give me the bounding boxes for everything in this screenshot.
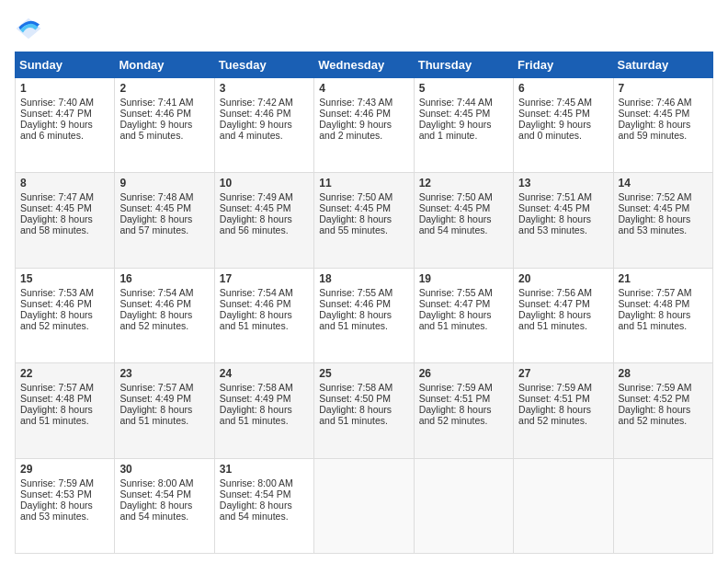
sunset-text: Sunset: 4:46 PM: [119, 298, 191, 309]
day-number: 11: [319, 177, 408, 190]
sunset-text: Sunset: 4:45 PM: [220, 202, 291, 213]
calendar-cell: 6Sunrise: 7:45 AMSunset: 4:45 PMDaylight…: [514, 78, 613, 173]
daylight-text: Daylight: 8 hours and 52 minutes.: [619, 404, 691, 426]
day-number: 19: [419, 272, 508, 285]
calendar-cell: 30Sunrise: 8:00 AMSunset: 4:54 PMDayligh…: [115, 458, 214, 553]
calendar-cell: 13Sunrise: 7:51 AMSunset: 4:45 PMDayligh…: [514, 173, 613, 268]
calendar-day-header: Friday: [514, 52, 613, 78]
day-number: 3: [220, 82, 309, 95]
calendar-day-header: Saturday: [613, 52, 712, 78]
sunset-text: Sunset: 4:49 PM: [220, 393, 291, 404]
sunset-text: Sunset: 4:49 PM: [119, 393, 191, 404]
day-number: 22: [20, 367, 109, 380]
day-number: 17: [220, 272, 309, 285]
sunset-text: Sunset: 4:50 PM: [319, 393, 391, 404]
sunrise-text: Sunrise: 7:53 AM: [20, 287, 94, 298]
calendar-cell: 21Sunrise: 7:57 AMSunset: 4:48 PMDayligh…: [613, 268, 712, 362]
calendar-cell: 4Sunrise: 7:43 AMSunset: 4:46 PMDaylight…: [314, 78, 414, 173]
day-number: 21: [619, 272, 708, 285]
day-number: 30: [119, 463, 209, 476]
calendar-cell: [514, 458, 613, 553]
sunset-text: Sunset: 4:45 PM: [518, 202, 590, 213]
header: [15, 15, 713, 42]
calendar-cell: 24Sunrise: 7:58 AMSunset: 4:49 PMDayligh…: [214, 363, 313, 458]
calendar-week-row: 29Sunrise: 7:59 AMSunset: 4:53 PMDayligh…: [16, 458, 713, 553]
calendar-cell: 17Sunrise: 7:54 AMSunset: 4:46 PMDayligh…: [214, 268, 313, 362]
sunrise-text: Sunrise: 7:54 AM: [119, 287, 193, 298]
daylight-text: Daylight: 8 hours and 58 minutes.: [20, 213, 93, 236]
day-number: 25: [319, 367, 408, 380]
daylight-text: Daylight: 8 hours and 51 minutes.: [419, 309, 492, 331]
day-number: 2: [119, 82, 209, 95]
sunset-text: Sunset: 4:51 PM: [518, 393, 590, 404]
calendar-cell: 11Sunrise: 7:50 AMSunset: 4:45 PMDayligh…: [314, 173, 414, 268]
calendar-cell: [414, 458, 513, 553]
sunrise-text: Sunrise: 7:48 AM: [119, 191, 193, 202]
daylight-text: Daylight: 8 hours and 51 minutes.: [220, 404, 292, 426]
sunset-text: Sunset: 4:48 PM: [20, 393, 92, 404]
logo-icon: [15, 15, 42, 42]
day-number: 12: [419, 177, 508, 190]
calendar-cell: 8Sunrise: 7:47 AMSunset: 4:45 PMDaylight…: [16, 173, 115, 268]
daylight-text: Daylight: 9 hours and 6 minutes.: [20, 119, 93, 141]
calendar-day-header: Tuesday: [214, 52, 313, 78]
daylight-text: Daylight: 8 hours and 51 minutes.: [319, 309, 392, 331]
day-number: 23: [119, 367, 209, 380]
calendar-day-header: Monday: [115, 52, 214, 78]
day-number: 13: [518, 177, 608, 190]
calendar-cell: 14Sunrise: 7:52 AMSunset: 4:45 PMDayligh…: [613, 173, 712, 268]
calendar-cell: 27Sunrise: 7:59 AMSunset: 4:51 PMDayligh…: [514, 363, 613, 458]
sunset-text: Sunset: 4:45 PM: [419, 108, 491, 119]
sunrise-text: Sunrise: 7:41 AM: [119, 97, 193, 108]
page: SundayMondayTuesdayWednesdayThursdayFrid…: [0, 0, 728, 563]
calendar-cell: 12Sunrise: 7:50 AMSunset: 4:45 PMDayligh…: [414, 173, 513, 268]
sunrise-text: Sunrise: 7:59 AM: [619, 382, 692, 393]
sunset-text: Sunset: 4:45 PM: [20, 202, 92, 213]
sunset-text: Sunset: 4:46 PM: [220, 108, 291, 119]
day-number: 27: [518, 367, 608, 380]
sunset-text: Sunset: 4:51 PM: [419, 393, 491, 404]
sunset-text: Sunset: 4:47 PM: [419, 298, 491, 309]
daylight-text: Daylight: 8 hours and 52 minutes.: [419, 404, 492, 426]
calendar-cell: [314, 458, 414, 553]
calendar-week-row: 8Sunrise: 7:47 AMSunset: 4:45 PMDaylight…: [16, 173, 713, 268]
sunrise-text: Sunrise: 7:43 AM: [319, 97, 392, 108]
sunrise-text: Sunrise: 7:59 AM: [20, 477, 94, 488]
sunrise-text: Sunrise: 7:50 AM: [419, 191, 493, 202]
daylight-text: Daylight: 9 hours and 0 minutes.: [518, 119, 591, 141]
daylight-text: Daylight: 8 hours and 52 minutes.: [518, 404, 591, 426]
daylight-text: Daylight: 8 hours and 53 minutes.: [619, 213, 691, 236]
day-number: 24: [220, 367, 309, 380]
calendar-cell: [613, 458, 712, 553]
daylight-text: Daylight: 8 hours and 52 minutes.: [20, 309, 93, 331]
day-number: 7: [619, 82, 708, 95]
sunset-text: Sunset: 4:45 PM: [619, 108, 690, 119]
calendar-cell: 19Sunrise: 7:55 AMSunset: 4:47 PMDayligh…: [414, 268, 513, 362]
daylight-text: Daylight: 8 hours and 51 minutes.: [220, 309, 292, 331]
calendar-cell: 7Sunrise: 7:46 AMSunset: 4:45 PMDaylight…: [613, 78, 712, 173]
sunset-text: Sunset: 4:46 PM: [119, 108, 191, 119]
sunset-text: Sunset: 4:45 PM: [319, 202, 391, 213]
calendar-cell: 22Sunrise: 7:57 AMSunset: 4:48 PMDayligh…: [16, 363, 115, 458]
day-number: 5: [419, 82, 508, 95]
sunset-text: Sunset: 4:45 PM: [419, 202, 491, 213]
sunrise-text: Sunrise: 7:58 AM: [319, 382, 392, 393]
sunrise-text: Sunrise: 7:50 AM: [319, 191, 392, 202]
calendar-day-header: Sunday: [16, 52, 115, 78]
daylight-text: Daylight: 8 hours and 51 minutes.: [319, 404, 392, 426]
daylight-text: Daylight: 8 hours and 53 minutes.: [20, 500, 93, 522]
sunset-text: Sunset: 4:46 PM: [319, 108, 391, 119]
sunset-text: Sunset: 4:54 PM: [119, 488, 191, 500]
daylight-text: Daylight: 9 hours and 4 minutes.: [220, 119, 292, 141]
daylight-text: Daylight: 8 hours and 59 minutes.: [619, 119, 691, 141]
day-number: 16: [119, 272, 209, 285]
daylight-text: Daylight: 8 hours and 51 minutes.: [619, 309, 691, 331]
sunrise-text: Sunrise: 7:55 AM: [419, 287, 493, 298]
daylight-text: Daylight: 8 hours and 51 minutes.: [518, 309, 591, 331]
calendar-header-row: SundayMondayTuesdayWednesdayThursdayFrid…: [16, 52, 713, 78]
day-number: 8: [20, 177, 109, 190]
day-number: 4: [319, 82, 408, 95]
daylight-text: Daylight: 8 hours and 54 minutes.: [119, 500, 192, 522]
calendar-cell: 2Sunrise: 7:41 AMSunset: 4:46 PMDaylight…: [115, 78, 214, 173]
sunset-text: Sunset: 4:45 PM: [119, 202, 191, 213]
